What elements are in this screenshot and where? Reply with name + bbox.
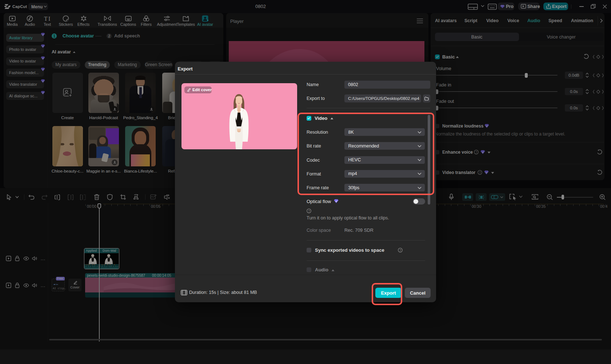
svg-text:?: ? xyxy=(308,209,310,213)
svg-text:?: ? xyxy=(399,248,401,252)
